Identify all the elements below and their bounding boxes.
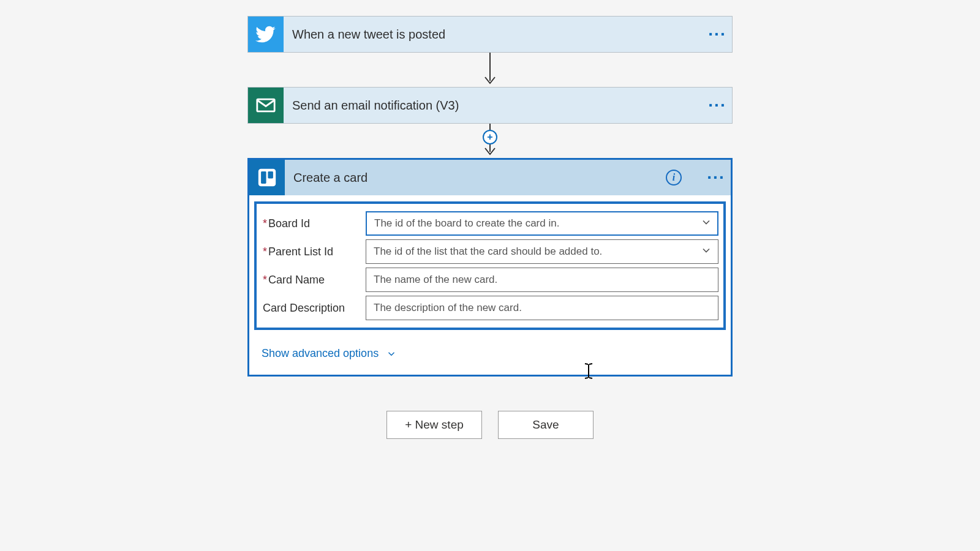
input-parent-list-id[interactable]	[366, 239, 718, 264]
step-title: Send an email notification (V3)	[284, 99, 703, 113]
advanced-section: Show advanced options	[249, 335, 731, 375]
step-twitter-trigger[interactable]: When a new tweet is posted ···	[247, 16, 733, 53]
trello-icon	[249, 160, 285, 195]
label-card-name: *Card Name	[262, 274, 366, 287]
connector-arrow: +	[483, 124, 497, 158]
label-card-description: Card Description	[262, 302, 366, 315]
input-card-description[interactable]	[366, 296, 718, 320]
step-menu-button[interactable]: ···	[701, 160, 731, 195]
label-board-id: *Board Id	[262, 217, 366, 230]
svg-line-10	[589, 378, 592, 378]
step-header[interactable]: Create a card i ···	[249, 160, 731, 195]
row-card-name: *Card Name	[262, 268, 718, 292]
twitter-icon	[248, 17, 284, 52]
step-title: Create a card	[285, 171, 666, 185]
row-card-description: Card Description	[262, 296, 718, 320]
step-create-card: Create a card i ··· *Board Id *Parent Li…	[247, 158, 733, 377]
chevron-down-icon	[386, 348, 397, 359]
step-email-notification[interactable]: Send an email notification (V3) ···	[247, 87, 733, 124]
mail-icon	[248, 88, 284, 123]
svg-rect-5	[268, 171, 273, 178]
connector-arrow	[483, 53, 497, 87]
show-advanced-options-link[interactable]: Show advanced options	[262, 347, 397, 360]
label-parent-list-id: *Parent List Id	[262, 246, 366, 258]
footer-buttons: + New step Save	[386, 411, 594, 439]
info-icon[interactable]: i	[666, 170, 682, 186]
row-parent-list-id: *Parent List Id	[262, 239, 718, 264]
save-button[interactable]: Save	[498, 411, 594, 439]
new-step-button[interactable]: + New step	[386, 411, 482, 439]
input-card-name[interactable]	[366, 268, 718, 292]
form-frame: *Board Id *Parent List Id	[254, 201, 726, 330]
add-step-inline-button[interactable]: +	[483, 130, 497, 144]
step-title: When a new tweet is posted	[284, 28, 703, 42]
svg-line-9	[585, 378, 588, 378]
flow-canvas: When a new tweet is posted ··· Send an e…	[0, 0, 980, 439]
svg-rect-4	[261, 171, 266, 184]
row-board-id: *Board Id	[262, 211, 718, 236]
input-board-id[interactable]	[366, 211, 718, 236]
